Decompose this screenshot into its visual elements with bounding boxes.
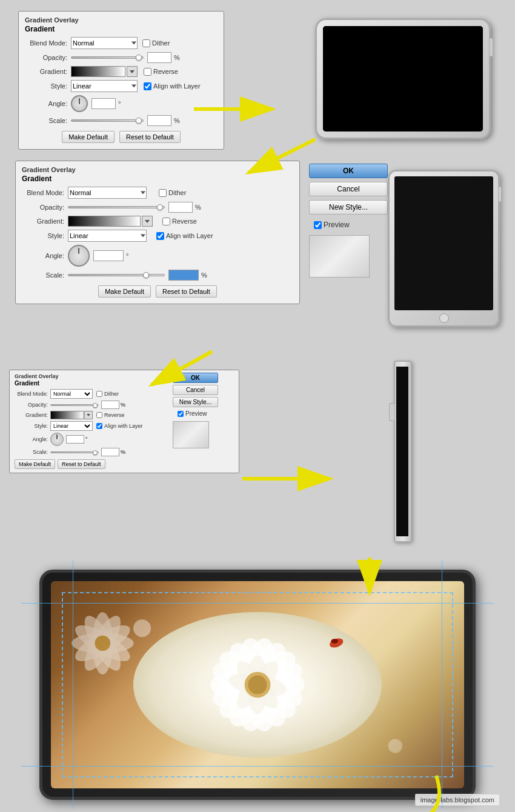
p3-opacity-slider[interactable] <box>50 404 99 406</box>
p3-opacity-value[interactable]: 100 <box>101 401 119 409</box>
scale-slider[interactable] <box>71 119 144 122</box>
p3-reverse-label[interactable]: Reverse <box>96 412 125 418</box>
p2-scale-value[interactable]: 124 <box>168 270 199 281</box>
p3-angle-label: Angle: <box>15 436 48 442</box>
dither-checkbox[interactable] <box>142 39 150 47</box>
p3-gradient-swatch[interactable] <box>50 411 84 419</box>
p3-make-default-btn[interactable]: Make Default <box>15 459 55 469</box>
p3-preview-row: Preview <box>173 410 218 417</box>
p3-preview-label[interactable]: Preview <box>178 410 207 417</box>
p2-angle-value[interactable]: 90 <box>93 250 124 261</box>
p2-gradient-swatch[interactable] <box>68 216 141 227</box>
svg-point-30 <box>95 636 110 651</box>
p2-style-dropdown-wrapper[interactable]: Linear <box>68 230 147 242</box>
p3-ok-btn[interactable]: OK <box>173 373 218 383</box>
blend-mode-select[interactable]: Normal <box>71 37 138 49</box>
p3-blend-select[interactable]: Normal <box>50 389 93 399</box>
gradient-dropdown-arrow <box>130 70 135 73</box>
opacity-value[interactable]: 100 <box>147 52 171 63</box>
gradient-dropdown-btn[interactable] <box>127 66 138 77</box>
p3-angle-dial[interactable] <box>50 433 64 446</box>
p2-scale-slider[interactable] <box>68 274 165 276</box>
dither-checkbox-label[interactable]: Dither <box>142 39 170 47</box>
p2-opacity-value[interactable]: 100 <box>168 202 193 213</box>
reverse-checkbox[interactable] <box>144 68 151 76</box>
align-checkbox[interactable] <box>144 82 151 90</box>
p2-opacity-label: Opacity: <box>22 204 64 211</box>
p2-align-label[interactable]: Align with Layer <box>156 232 213 240</box>
gradient-swatch[interactable] <box>71 66 125 77</box>
p2-dither-label[interactable]: Dither <box>159 189 186 197</box>
preview-checkbox-label[interactable]: Preview <box>314 221 350 229</box>
opacity-slider[interactable] <box>71 56 144 59</box>
p3-cancel-btn[interactable]: Cancel <box>173 385 218 395</box>
style-select[interactable]: Linear <box>71 80 138 92</box>
p3-reset-default-btn[interactable]: Reset to Default <box>58 459 105 469</box>
panel1: Gradient Overlay Gradient Blend Mode: No… <box>18 11 224 150</box>
p2-scale-row: Scale: 124 % <box>22 270 293 281</box>
p2-blend-select[interactable]: Normal <box>68 187 147 199</box>
p2-blend-dropdown-wrapper[interactable]: Normal <box>68 187 147 199</box>
panel1-buttons: Make Default Reset to Default <box>25 131 218 143</box>
p2-gradient-controls: Reverse <box>68 216 293 227</box>
p2-align-checkbox[interactable] <box>156 232 164 240</box>
p3-scale-slider[interactable] <box>50 451 99 453</box>
p3-scale-value[interactable]: 100 <box>101 448 119 456</box>
p2-reset-default-btn[interactable]: Reset to Default <box>156 285 217 298</box>
p2-scale-controls: 124 % <box>68 270 293 281</box>
p3-dither-checkbox[interactable] <box>96 391 102 397</box>
scale-value[interactable]: 100 <box>147 115 171 126</box>
p2-make-default-btn[interactable]: Make Default <box>98 285 151 298</box>
p2-gradient-label: Gradient: <box>22 218 64 225</box>
p2-angle-dial[interactable] <box>68 245 90 267</box>
align-checkbox-label[interactable]: Align with Layer <box>144 82 201 90</box>
make-default-btn[interactable]: Make Default <box>62 131 115 143</box>
style-dropdown-wrapper[interactable]: Linear <box>71 80 138 92</box>
p3-align-label[interactable]: Align with Layer <box>96 423 143 429</box>
preview-checkbox[interactable] <box>314 221 322 229</box>
p3-align-checkbox[interactable] <box>96 423 102 429</box>
p2-opacity-slider[interactable] <box>68 206 165 208</box>
reset-default-btn[interactable]: Reset to Default <box>119 131 181 143</box>
p3-blend-label: Blend Mode: <box>15 391 48 397</box>
angle-value[interactable]: 1 <box>91 98 116 109</box>
p2-scale-unit: % <box>201 271 207 279</box>
p3-gradient-btn[interactable] <box>84 411 93 419</box>
panel2-title: Gradient Overlay <box>22 166 293 173</box>
scale-controls: 100 % <box>71 115 218 126</box>
angle-dial[interactable] <box>71 95 88 112</box>
opacity-row: Opacity: 100 % <box>25 52 218 63</box>
p2-dither-checkbox[interactable] <box>159 189 167 197</box>
cancel-button[interactable]: Cancel <box>309 182 388 196</box>
p2-blend-controls: Normal Dither <box>68 187 293 199</box>
new-style-button[interactable]: New Style... <box>309 200 388 215</box>
p3-new-style-btn[interactable]: New Style... <box>173 397 218 407</box>
p3-angle-value[interactable]: 90 <box>66 435 84 444</box>
p3-opacity-thumb <box>93 403 98 408</box>
p2-gradient-dropdown-btn[interactable] <box>142 216 153 227</box>
gradient-label: Gradient: <box>25 68 67 75</box>
p3-style-select[interactable]: Linear <box>50 421 93 431</box>
p3-preview-checkbox[interactable] <box>178 411 184 417</box>
angle-controls: 1 ° <box>71 95 218 112</box>
p3-preview-box <box>173 421 209 448</box>
p2-reverse-label[interactable]: Reverse <box>162 218 197 225</box>
ipad-screen-1 <box>323 26 483 131</box>
p3-reverse-checkbox[interactable] <box>96 412 102 418</box>
ok-button[interactable]: OK <box>309 164 388 178</box>
panel1-subtitle: Gradient <box>25 25 218 33</box>
p2-angle-row: Angle: 90 ° <box>22 245 293 267</box>
style-row: Style: Linear Align with Layer <box>25 80 218 92</box>
p3-dither-label[interactable]: Dither <box>96 391 119 397</box>
section3-right: OK Cancel New Style... Preview <box>173 373 218 448</box>
ipad-home-button-2 <box>439 313 449 323</box>
p3-scale-thumb <box>93 450 98 455</box>
p3-blend-dropdown-wrapper[interactable]: Normal <box>50 389 93 399</box>
p3-style-dropdown-wrapper[interactable]: Linear <box>50 421 93 431</box>
reverse-checkbox-label[interactable]: Reverse <box>144 68 178 76</box>
ipad-device-2 <box>388 170 500 327</box>
svg-point-21 <box>331 639 338 644</box>
p2-style-select[interactable]: Linear <box>68 230 147 242</box>
p2-reverse-checkbox[interactable] <box>162 218 170 225</box>
blend-mode-dropdown-wrapper[interactable]: Normal <box>71 37 138 49</box>
